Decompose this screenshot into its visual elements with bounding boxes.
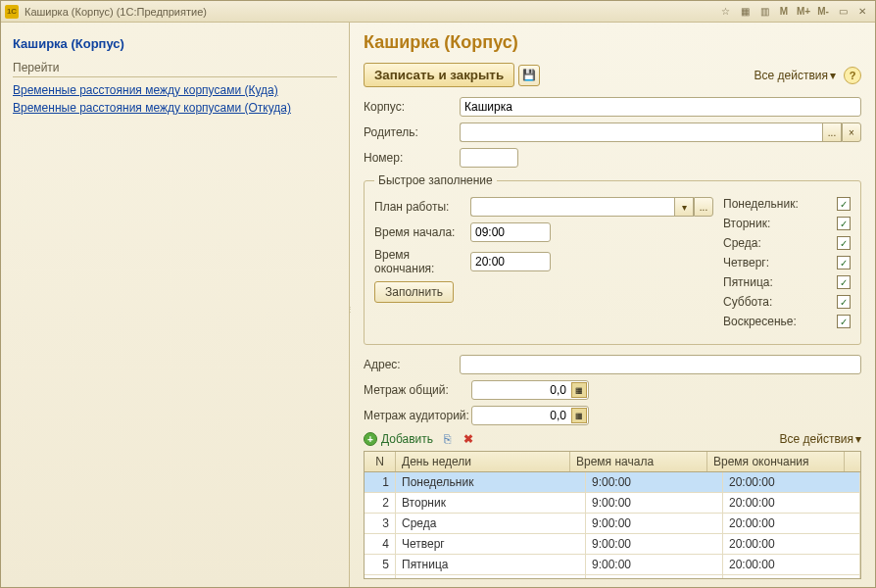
calendar-icon[interactable]: ▥ xyxy=(755,4,773,20)
day-thu-label: Четверг: xyxy=(723,256,769,270)
cell-end: 20:00:00 xyxy=(723,555,860,574)
day-sun-checkbox[interactable]: ✓ xyxy=(837,315,851,328)
cell-n: 4 xyxy=(365,534,396,554)
address-input[interactable] xyxy=(460,355,861,374)
plan-select-button[interactable]: ... xyxy=(694,197,713,217)
parent-clear-button[interactable]: × xyxy=(842,122,861,142)
nav-title: Каширка (Корпус) xyxy=(13,36,337,51)
table-row[interactable]: 4Четверг9:00:0020:00:00 xyxy=(365,534,860,555)
page-title: Каширка (Корпус) xyxy=(364,32,861,53)
col-end-header[interactable]: Время окончания xyxy=(707,452,845,471)
cell-end: 20:00:00 xyxy=(723,472,860,492)
grid-body[interactable]: 1Понедельник9:00:0020:00:002Вторник9:00:… xyxy=(365,472,860,578)
copy-row-button[interactable]: ⎘ xyxy=(439,431,455,447)
day-tue-checkbox[interactable]: ✓ xyxy=(837,217,851,230)
memory-mplus-button[interactable]: M+ xyxy=(795,4,812,20)
day-wed-checkbox[interactable]: ✓ xyxy=(837,236,851,250)
minimize-button[interactable]: ▭ xyxy=(834,4,852,20)
start-time-input[interactable] xyxy=(470,222,551,242)
cell-n: 3 xyxy=(365,514,396,533)
memory-m-button[interactable]: M xyxy=(775,4,793,20)
table-row[interactable]: 1Понедельник9:00:0020:00:00 xyxy=(365,472,860,493)
cell-day: Пятница xyxy=(396,555,586,574)
splitter-handle[interactable]: ⋮ xyxy=(350,305,352,334)
col-day-header[interactable]: День недели xyxy=(396,452,570,471)
cell-day: Понедельник xyxy=(396,472,586,492)
all-actions-dropdown[interactable]: Все действия ▾ xyxy=(754,69,836,82)
add-row-button[interactable]: + Добавить xyxy=(364,432,433,446)
area-total-label: Метраж общий: xyxy=(364,383,471,397)
day-fri-checkbox[interactable]: ✓ xyxy=(837,275,851,289)
cell-start: 9:00:00 xyxy=(586,534,723,554)
save-and-close-button[interactable]: Записать и закрыть xyxy=(364,63,514,87)
parent-label: Родитель: xyxy=(364,125,460,139)
day-wed-label: Среда: xyxy=(723,236,761,250)
grid-icon[interactable]: ▦ xyxy=(736,4,754,20)
app-logo-icon: 1С xyxy=(5,5,19,19)
plus-icon: + xyxy=(364,432,377,446)
window-title: Каширка (Корпус) (1С:Предприятие) xyxy=(24,6,716,18)
cell-end: 20:00:00 xyxy=(723,514,860,533)
col-start-header[interactable]: Время начала xyxy=(570,452,707,471)
day-sun-label: Воскресенье: xyxy=(723,315,797,328)
day-tue-label: Вторник: xyxy=(723,217,770,230)
start-time-label: Время начала: xyxy=(374,225,470,239)
cell-start: 9:00:00 xyxy=(586,575,723,578)
end-time-input[interactable] xyxy=(470,252,551,271)
chevron-down-icon: ▾ xyxy=(855,432,861,446)
korpus-input[interactable] xyxy=(460,97,861,117)
memory-mminus-button[interactable]: M- xyxy=(814,4,832,20)
table-row[interactable]: 5Пятница9:00:0020:00:00 xyxy=(365,555,860,575)
add-row-label: Добавить xyxy=(381,432,433,446)
day-mon-checkbox[interactable]: ✓ xyxy=(837,197,851,211)
schedule-grid: N День недели Время начала Время окончан… xyxy=(364,451,861,579)
plan-input[interactable] xyxy=(470,197,674,217)
cell-start: 9:00:00 xyxy=(586,514,723,533)
scrollbar-header xyxy=(845,452,860,471)
chevron-down-icon: ▾ xyxy=(830,69,836,82)
app-window: 1С Каширка (Корпус) (1С:Предприятие) ☆ ▦… xyxy=(0,0,876,588)
parent-input[interactable] xyxy=(460,122,822,142)
help-button[interactable]: ? xyxy=(844,67,861,84)
cell-day: Вторник xyxy=(396,493,586,513)
calculator-icon[interactable]: ▦ xyxy=(571,382,587,398)
parent-select-button[interactable]: ... xyxy=(822,122,842,142)
table-row[interactable]: 3Среда9:00:0020:00:00 xyxy=(365,514,860,534)
cell-end: 20:00:00 xyxy=(723,493,860,513)
cell-day: Суббота xyxy=(396,575,586,578)
day-sat-checkbox[interactable]: ✓ xyxy=(837,295,851,309)
grid-all-actions-label: Все действия xyxy=(780,432,853,446)
favorite-icon[interactable]: ☆ xyxy=(716,4,734,20)
close-button[interactable]: ✕ xyxy=(853,4,871,20)
table-row[interactable]: 6Суббота9:00:0020:00:00 xyxy=(365,575,860,578)
quickfill-legend: Быстрое заполнение xyxy=(374,173,497,187)
col-n-header[interactable]: N xyxy=(365,452,396,471)
delete-row-button[interactable]: ✖ xyxy=(461,431,476,447)
fill-button[interactable]: Заполнить xyxy=(374,281,454,303)
cell-end: 20:00:00 xyxy=(723,575,860,578)
cell-end: 20:00:00 xyxy=(723,534,860,554)
form-toolbar: Записать и закрыть 💾 Все действия ▾ ? xyxy=(364,63,861,87)
plan-label: План работы: xyxy=(374,200,470,214)
day-thu-checkbox[interactable]: ✓ xyxy=(837,256,851,270)
cell-n: 6 xyxy=(365,575,396,578)
cell-start: 9:00:00 xyxy=(586,493,723,513)
number-input[interactable] xyxy=(460,148,518,168)
calculator-icon[interactable]: ▦ xyxy=(571,408,587,423)
all-actions-label: Все действия xyxy=(754,69,828,82)
cell-day: Четверг xyxy=(396,534,586,554)
address-label: Адрес: xyxy=(364,358,460,371)
save-icon[interactable]: 💾 xyxy=(518,65,540,86)
nav-link-distances-from[interactable]: Временные расстояния между корпусами (От… xyxy=(13,101,337,115)
table-row[interactable]: 2Вторник9:00:0020:00:00 xyxy=(365,493,860,514)
day-mon-label: Понедельник: xyxy=(723,197,799,211)
nav-link-distances-to[interactable]: Временные расстояния между корпусами (Ку… xyxy=(13,83,337,97)
number-label: Номер: xyxy=(364,151,460,165)
grid-header: N День недели Время начала Время окончан… xyxy=(365,452,860,472)
end-time-label: Время окончания: xyxy=(374,248,470,275)
cell-day: Среда xyxy=(396,514,586,533)
cell-start: 9:00:00 xyxy=(586,472,723,492)
grid-all-actions-dropdown[interactable]: Все действия ▾ xyxy=(780,432,861,446)
navigation-pane: Каширка (Корпус) Перейти Временные расст… xyxy=(1,23,350,587)
plan-dropdown-button[interactable]: ▾ xyxy=(674,197,694,217)
